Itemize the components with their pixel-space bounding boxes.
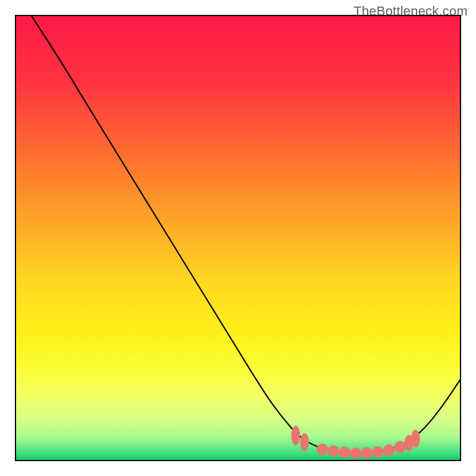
highlight-dot xyxy=(317,443,328,455)
highlight-dot xyxy=(372,446,383,458)
highlight-dot xyxy=(361,447,372,458)
highlight-dot xyxy=(339,447,350,458)
highlight-dot xyxy=(411,430,420,447)
highlight-dot xyxy=(383,444,394,456)
highlight-dot xyxy=(328,445,339,456)
heatmap-background xyxy=(16,16,460,460)
highlight-dot xyxy=(394,441,406,453)
plot-area xyxy=(15,15,461,461)
highlight-dot xyxy=(292,426,300,446)
plot-svg xyxy=(16,16,460,460)
chart-container: TheBottleneck.com xyxy=(0,0,476,476)
highlight-dot xyxy=(350,447,361,459)
highlight-dot xyxy=(300,433,309,451)
